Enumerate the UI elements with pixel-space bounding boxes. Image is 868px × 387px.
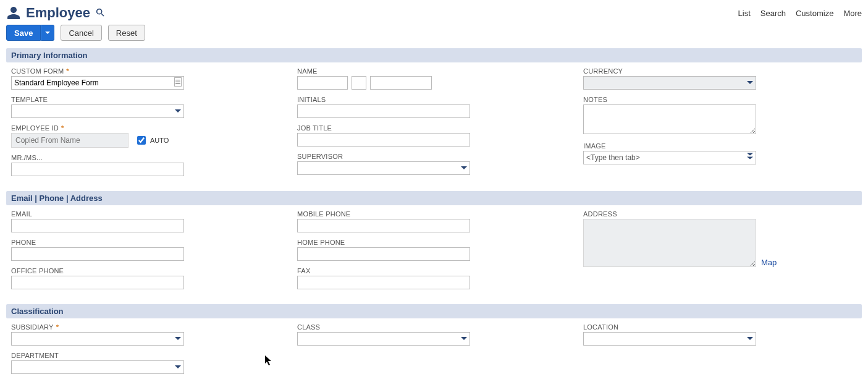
cancel-button[interactable]: Cancel (61, 25, 101, 41)
fax-input[interactable] (297, 276, 470, 289)
search-icon[interactable] (95, 7, 105, 19)
job-title-input[interactable] (297, 133, 470, 147)
notes-label: NOTES (583, 96, 607, 103)
section-header-contact: Email | Phone | Address (6, 191, 862, 205)
header-link-more[interactable]: More (843, 9, 862, 18)
salutation-label: MR./MS... (11, 154, 43, 161)
office-phone-label: OFFICE PHONE (11, 267, 64, 274)
subsidiary-label: SUBSIDIARY (11, 323, 54, 331)
email-label: EMAIL (11, 210, 32, 218)
department-select[interactable] (11, 360, 184, 374)
image-input[interactable] (583, 151, 756, 164)
fax-label: FAX (297, 267, 310, 274)
supervisor-label: SUPERVISOR (297, 153, 343, 160)
initials-input[interactable] (297, 104, 470, 118)
auto-label: AUTO (150, 137, 169, 144)
class-select[interactable] (297, 332, 470, 346)
mobile-phone-input[interactable] (297, 219, 470, 232)
home-phone-input[interactable] (297, 247, 470, 261)
template-label: TEMPLATE (11, 96, 48, 103)
auto-checkbox[interactable] (137, 136, 146, 145)
office-phone-input[interactable] (11, 276, 184, 289)
home-phone-label: HOME PHONE (297, 239, 345, 246)
department-label: DEPARTMENT (11, 352, 59, 359)
mobile-phone-label: MOBILE PHONE (297, 210, 350, 218)
phone-input[interactable] (11, 247, 184, 261)
address-textarea[interactable] (583, 219, 756, 267)
custom-form-input[interactable] (11, 76, 184, 90)
template-select[interactable] (11, 104, 184, 118)
subsidiary-select[interactable] (11, 332, 184, 346)
header-link-list[interactable]: List (738, 9, 751, 18)
name-first-input[interactable] (297, 76, 348, 90)
page-title: Employee (26, 5, 90, 21)
currency-select[interactable] (583, 76, 756, 90)
person-icon (6, 6, 21, 20)
name-last-input[interactable] (370, 76, 432, 90)
header-links: List Search Customize More (738, 9, 862, 18)
svg-line-1 (101, 14, 104, 16)
currency-label: CURRENCY (583, 67, 623, 75)
save-button[interactable]: Save (6, 25, 41, 41)
location-label: LOCATION (583, 323, 618, 331)
name-label: NAME (297, 67, 318, 75)
section-header-classification: Classification (6, 304, 862, 318)
job-title-label: JOB TITLE (297, 124, 332, 132)
address-label: ADDRESS (583, 210, 617, 218)
initials-label: INITIALS (297, 96, 326, 103)
list-picker-icon[interactable] (174, 78, 182, 88)
salutation-input[interactable] (11, 163, 184, 176)
employee-id-label: EMPLOYEE ID (11, 124, 59, 132)
section-header-primary: Primary Information (6, 48, 862, 62)
save-dropdown-caret[interactable] (41, 25, 54, 41)
custom-form-label: CUSTOM FORM (11, 67, 64, 75)
header-link-search[interactable]: Search (761, 9, 786, 18)
email-input[interactable] (11, 219, 184, 232)
reset-button[interactable]: Reset (108, 25, 145, 41)
svg-point-0 (97, 9, 102, 14)
required-marker: * (66, 67, 69, 75)
notes-textarea[interactable] (583, 104, 756, 134)
location-select[interactable] (583, 332, 756, 346)
phone-label: PHONE (11, 239, 36, 246)
header-link-customize[interactable]: Customize (796, 9, 833, 18)
image-label: IMAGE (583, 142, 606, 150)
map-link[interactable]: Map (761, 258, 777, 267)
class-label: CLASS (297, 323, 320, 331)
name-middle-input[interactable] (352, 76, 366, 90)
employee-id-input: Copied From Name (11, 133, 129, 148)
supervisor-select[interactable] (297, 161, 470, 175)
required-marker: * (61, 124, 64, 132)
required-marker: * (56, 323, 59, 331)
